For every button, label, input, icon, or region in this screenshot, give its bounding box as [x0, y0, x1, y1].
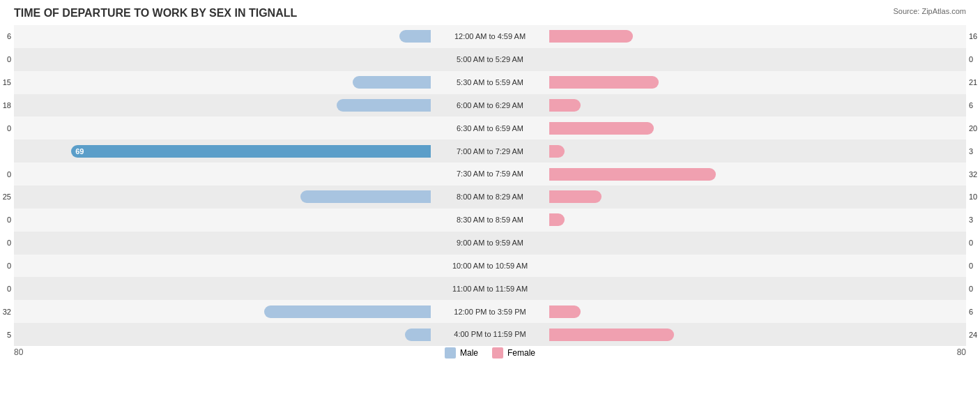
female-bar-container: 6	[549, 300, 966, 323]
male-value: 32	[3, 308, 14, 316]
female-bar-container: 0	[549, 48, 966, 71]
row-inner: 0 9:00 AM to 9:59 AM 0	[14, 232, 966, 255]
row-inner: 5 4:00 PM to 11:59 PM 24	[14, 323, 966, 346]
center-label: 12:00 AM to 4:59 AM	[431, 31, 549, 41]
male-value: 25	[3, 193, 14, 201]
row-inner: 0 5:00 AM to 5:29 AM 0	[14, 48, 966, 71]
male-bar-container: 15	[14, 71, 431, 94]
male-bar-container: 25	[14, 186, 431, 209]
legend-female: Female	[492, 347, 535, 359]
male-bar-container: 32	[14, 300, 431, 323]
female-bar-container: 0	[549, 255, 966, 278]
axis-right-label: 80	[957, 347, 966, 359]
chart-area: 6 12:00 AM to 4:59 AM 16 0 5:00 AM to 5:…	[14, 25, 966, 367]
center-label: 12:00 PM to 3:59 PM	[431, 307, 549, 317]
male-value: 18	[3, 101, 14, 110]
row-inner: 25 8:00 AM to 8:29 AM 10	[14, 186, 966, 209]
female-bar	[549, 122, 654, 135]
male-bar	[264, 305, 431, 318]
axis-left-label: 80	[14, 347, 23, 359]
male-bar: 69	[71, 145, 431, 158]
female-bar	[549, 145, 565, 158]
center-label: 7:30 AM to 7:59 AM	[431, 169, 549, 179]
legend-male: Male	[445, 347, 478, 359]
male-bar-container: 6	[14, 25, 431, 48]
female-value: 20	[966, 124, 977, 133]
center-label: 11:00 AM to 11:59 AM	[431, 284, 549, 294]
female-bar	[549, 99, 581, 112]
male-value-zero: 0	[7, 285, 14, 293]
male-value: 15	[3, 78, 14, 86]
male-value-zero: 0	[7, 170, 14, 179]
female-bar-container: 21	[549, 71, 966, 94]
legend: Male Female	[445, 347, 535, 359]
male-bar-container: 0	[14, 209, 431, 232]
female-bar-container: 20	[549, 116, 966, 139]
male-bar-container: 0	[14, 163, 431, 186]
female-value: 6	[966, 308, 973, 316]
center-label: 10:00 AM to 10:59 AM	[431, 261, 549, 271]
row-inner: 6 12:00 AM to 4:59 AM 16	[14, 25, 966, 48]
row-inner: 0 7:30 AM to 7:59 AM 32	[14, 163, 966, 186]
male-bar	[405, 329, 431, 341]
row-inner: 15 5:30 AM to 5:59 AM 21	[14, 71, 966, 94]
male-bar-container: 0	[14, 232, 431, 255]
table-row: 6 12:00 AM to 4:59 AM 16	[14, 25, 966, 48]
female-value: 3	[966, 216, 973, 224]
table-row: 69 7:00 AM to 7:29 AM 3	[14, 139, 966, 163]
female-bar-container: 32	[549, 163, 966, 186]
table-row: 0 6:30 AM to 6:59 AM 20	[14, 116, 966, 139]
female-value: 21	[966, 78, 977, 86]
female-value: 3	[966, 147, 973, 156]
male-value-zero: 0	[7, 55, 14, 63]
male-bar-container: 69	[14, 139, 431, 163]
male-value-inside: 69	[75, 147, 84, 156]
male-value: 6	[7, 32, 14, 40]
female-bar	[549, 168, 716, 181]
female-bar-container: 3	[549, 139, 966, 163]
center-label: 8:00 AM to 8:29 AM	[431, 192, 549, 202]
male-bar	[300, 190, 431, 203]
female-bar-container: 6	[549, 94, 966, 117]
male-bar-container: 0	[14, 116, 431, 139]
row-inner: 69 7:00 AM to 7:29 AM 3	[14, 139, 966, 163]
table-row: 15 5:30 AM to 5:59 AM 21	[14, 71, 966, 94]
female-bar	[549, 329, 674, 341]
female-bar-container: 24	[549, 323, 966, 346]
table-row: 0 5:00 AM to 5:29 AM 0	[14, 48, 966, 71]
female-value: 6	[966, 101, 973, 110]
female-bar	[549, 190, 602, 203]
center-label: 5:00 AM to 5:29 AM	[431, 54, 549, 64]
center-label: 4:00 PM to 11:59 PM	[431, 329, 549, 339]
male-bar	[399, 30, 431, 43]
rows-wrapper: 6 12:00 AM to 4:59 AM 16 0 5:00 AM to 5:…	[14, 25, 966, 346]
row-inner: 32 12:00 PM to 3:59 PM 6	[14, 300, 966, 323]
female-value-zero: 0	[966, 55, 973, 63]
male-bar-container: 0	[14, 277, 431, 300]
center-label: 9:00 AM to 9:59 AM	[431, 238, 549, 248]
table-row: 0 8:30 AM to 8:59 AM 3	[14, 209, 966, 232]
table-row: 0 9:00 AM to 9:59 AM 0	[14, 232, 966, 255]
female-value-zero: 0	[966, 262, 973, 270]
center-label: 6:00 AM to 6:29 AM	[431, 100, 549, 110]
male-value: 5	[7, 331, 14, 339]
row-inner: 0 6:30 AM to 6:59 AM 20	[14, 116, 966, 139]
female-bar-container: 10	[549, 186, 966, 209]
center-label: 5:30 AM to 5:59 AM	[431, 77, 549, 87]
female-bar	[549, 76, 659, 89]
legend-female-label: Female	[507, 348, 535, 358]
table-row: 32 12:00 PM to 3:59 PM 6	[14, 300, 966, 323]
male-bar-container: 0	[14, 255, 431, 278]
female-bar	[549, 305, 581, 318]
center-label: 7:00 AM to 7:29 AM	[431, 146, 549, 156]
chart-title: TIME OF DEPARTURE TO WORK BY SEX IN TIGN…	[14, 7, 966, 20]
female-value: 16	[966, 32, 977, 40]
table-row: 25 8:00 AM to 8:29 AM 10	[14, 186, 966, 209]
male-value-zero: 0	[7, 262, 14, 270]
female-value-zero: 0	[966, 285, 973, 293]
male-bar-container: 5	[14, 323, 431, 346]
table-row: 0 7:30 AM to 7:59 AM 32	[14, 163, 966, 186]
female-value: 24	[966, 331, 977, 339]
row-inner: 0 8:30 AM to 8:59 AM 3	[14, 209, 966, 232]
female-bar-container: 0	[549, 232, 966, 255]
